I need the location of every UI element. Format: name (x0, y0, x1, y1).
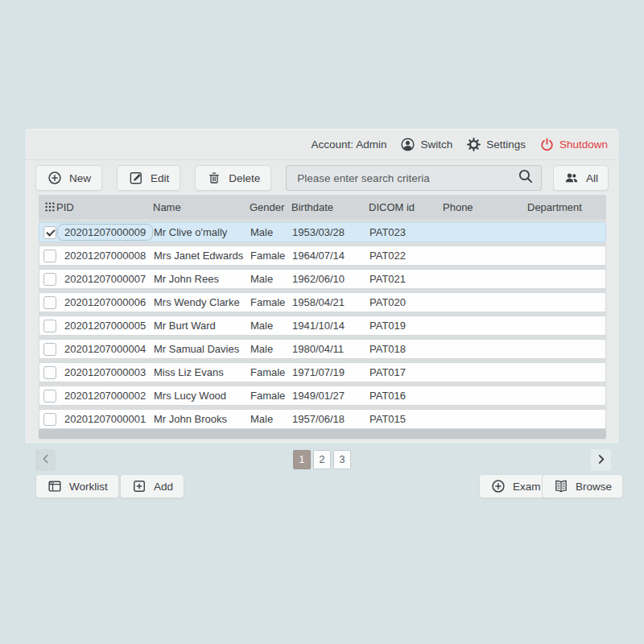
page-button-3[interactable]: 3 (333, 450, 351, 469)
cell-birthdate: 1962/06/10 (292, 273, 369, 285)
new-button[interactable]: New (35, 165, 102, 191)
table-row[interactable]: 20201207000006 Mrs Wendy Clarke Famale 1… (39, 292, 606, 312)
topbar: Account: Admin Switch Settings Shutdown (26, 129, 618, 160)
cell-birthdate: 1964/07/14 (292, 250, 369, 262)
settings-label: Settings (486, 138, 526, 151)
pagination: 1 2 3 (26, 449, 618, 472)
column-header-dicom-id[interactable]: DICOM id (369, 201, 443, 213)
cell-gender: Famale (250, 296, 292, 308)
cell-gender: Famale (250, 390, 292, 402)
cell-name: Mr John Brooks (154, 413, 250, 425)
worklist-icon (47, 478, 63, 494)
browse-label: Browse (576, 481, 612, 493)
cell-gender: Male (250, 320, 292, 332)
switch-label: Switch (420, 138, 452, 151)
cell-name: Mr Samual Davies (154, 343, 250, 355)
table-row[interactable]: 20201207000008 Mrs Janet Edwards Famale … (39, 246, 606, 266)
column-header-birthdate[interactable]: Birthdate (291, 201, 369, 213)
exam-button[interactable]: Exam (479, 474, 552, 498)
cell-birthdate: 1941/10/14 (292, 320, 369, 332)
row-checkbox[interactable] (43, 366, 56, 379)
page-button-2[interactable]: 2 (313, 450, 331, 469)
chevron-left-icon (39, 452, 52, 468)
row-checkbox[interactable] (43, 343, 56, 356)
square-plus-icon (131, 478, 147, 494)
table-row[interactable]: 20201207000004 Mr Samual Davies Male 198… (39, 339, 606, 359)
horizontal-scrollbar[interactable] (39, 429, 606, 439)
shutdown-label: Shutdown (559, 138, 608, 151)
table-row[interactable]: 20201207000005 Mr Burt Ward Male 1941/10… (39, 316, 606, 336)
cell-gender: Male (250, 343, 292, 355)
cell-name: Mrs Janet Edwards (154, 250, 250, 262)
column-header-department[interactable]: Department (527, 201, 606, 213)
toolbar: New Edit Delete All (26, 160, 618, 196)
circle-plus-icon (47, 170, 63, 186)
cell-dicom-id: PAT019 (369, 320, 444, 332)
shutdown-button[interactable]: Shutdown (539, 137, 608, 152)
search-input[interactable] (295, 171, 517, 185)
row-checkbox[interactable] (43, 390, 56, 402)
all-label: All (586, 172, 598, 184)
page: Account: Admin Switch Settings Shutdown … (0, 0, 644, 644)
edit-button[interactable]: Edit (117, 165, 180, 191)
cell-pid: 20201207000005 (57, 317, 154, 334)
cell-birthdate: 1949/01/27 (292, 390, 369, 402)
cell-dicom-id: PAT022 (369, 250, 444, 262)
cell-name: Mrs Lucy Wood (154, 390, 250, 402)
row-checkbox[interactable] (43, 320, 56, 332)
trash-icon (206, 170, 222, 186)
cell-dicom-id: PAT020 (369, 296, 444, 308)
all-filter-button[interactable]: All (553, 165, 609, 191)
table-row[interactable]: 20201207000003 Miss Liz Evans Famale 197… (39, 362, 606, 382)
row-checkbox[interactable] (43, 250, 56, 262)
row-checkbox[interactable] (43, 296, 56, 309)
cell-pid: 20201207000001 (57, 411, 154, 427)
page-button-1[interactable]: 1 (293, 450, 311, 469)
table-row[interactable]: 20201207000001 Mr John Brooks Male 1957/… (39, 409, 606, 429)
worklist-button[interactable]: Worklist (35, 474, 119, 498)
power-icon (539, 137, 555, 152)
table-row[interactable]: 20201207000009 Mr Clive o'mally Male 195… (39, 222, 606, 242)
cell-dicom-id: PAT016 (369, 390, 444, 402)
cell-gender: Male (250, 226, 292, 238)
column-header-pid[interactable]: PID (56, 201, 153, 213)
cell-name: Mr Clive o'mally (154, 226, 250, 238)
cell-birthdate: 1980/04/11 (292, 343, 369, 355)
settings-button[interactable]: Settings (466, 137, 526, 152)
browse-button[interactable]: Browse (542, 474, 623, 498)
cell-gender: Famale (250, 250, 292, 262)
search-box (286, 165, 542, 191)
cell-gender: Famale (250, 366, 292, 378)
cell-pid: 20201207000008 (57, 247, 154, 264)
select-all-grid-icon[interactable] (43, 200, 56, 213)
row-checkbox[interactable] (43, 226, 56, 239)
delete-button[interactable]: Delete (195, 165, 271, 191)
page-buttons: 1 2 3 (293, 450, 351, 469)
row-checkbox[interactable] (43, 413, 56, 426)
table-header: PID Name Gender Birthdate DICOM id Phone… (39, 195, 606, 219)
search-icon[interactable] (517, 167, 535, 188)
table-row[interactable]: 20201207000007 Mr John Rees Male 1962/06… (39, 269, 606, 289)
cell-name: Mr John Rees (154, 273, 250, 285)
cell-dicom-id: PAT015 (369, 413, 444, 425)
next-page-button[interactable] (591, 449, 611, 471)
cell-name: Mr Burt Ward (154, 320, 250, 332)
account-label: Account: Admin (312, 138, 387, 151)
edit-label: Edit (151, 172, 169, 184)
cell-name: Mrs Wendy Clarke (154, 296, 250, 308)
open-book-icon (553, 478, 569, 494)
switch-account-button[interactable]: Switch (400, 137, 452, 152)
column-header-gender[interactable]: Gender (250, 201, 291, 213)
gear-icon (466, 137, 481, 152)
column-header-phone[interactable]: Phone (443, 201, 527, 213)
add-button[interactable]: Add (120, 474, 184, 498)
column-header-name[interactable]: Name (153, 201, 250, 213)
cell-pid: 20201207000003 (57, 364, 154, 381)
add-label: Add (154, 481, 173, 493)
previous-page-button[interactable] (35, 449, 56, 471)
circle-plus-icon (490, 478, 506, 494)
table-row[interactable]: 20201207000002 Mrs Lucy Wood Famale 1949… (39, 386, 606, 406)
cell-pid: 20201207000007 (57, 270, 154, 287)
row-checkbox[interactable] (43, 273, 56, 286)
cell-birthdate: 1958/04/21 (292, 296, 369, 308)
